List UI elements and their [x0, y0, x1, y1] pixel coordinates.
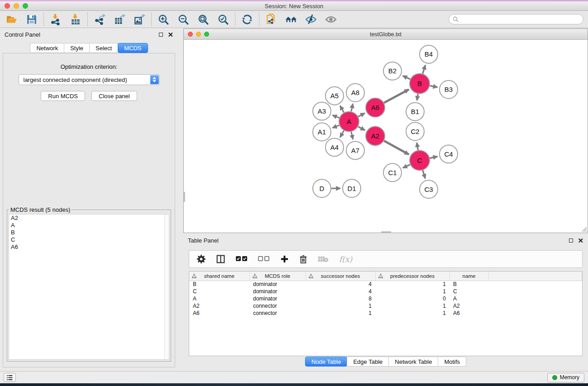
table-cell[interactable]: C	[449, 288, 488, 295]
resize-grip-icon[interactable]	[581, 226, 587, 232]
home-button[interactable]	[285, 13, 297, 26]
float-panel-icon[interactable]	[159, 33, 163, 37]
select-all-button[interactable]	[236, 256, 248, 262]
search-field[interactable]	[449, 14, 583, 24]
table-cell[interactable]: dominator	[249, 281, 306, 288]
export-table-button[interactable]	[113, 13, 126, 26]
table-tab-node-table[interactable]: Node Table	[305, 357, 348, 367]
graph-node-C[interactable]: C	[410, 150, 430, 170]
zoom-out-button[interactable]	[177, 13, 190, 26]
graph-edge-B-B1[interactable]	[417, 94, 418, 100]
mcds-result-item[interactable]: A2	[9, 214, 169, 222]
table-cell[interactable]: connector	[249, 310, 306, 317]
table-settings-button[interactable]	[197, 255, 206, 263]
graph-edge-A6-B[interactable]	[384, 90, 409, 103]
graph-edge-B-B4[interactable]	[423, 65, 425, 74]
table-cell[interactable]: C	[189, 288, 249, 295]
maximize-window-button[interactable]	[23, 3, 28, 9]
table-row[interactable]: Bdominator41B	[189, 281, 582, 288]
table-row[interactable]: A2connector11A2	[189, 302, 582, 310]
graph-edge-A-A4[interactable]	[340, 131, 344, 138]
save-session-button[interactable]	[25, 13, 38, 26]
horizontal-scroll-indicator[interactable]	[381, 231, 391, 233]
mcds-result-item[interactable]: B	[9, 229, 169, 236]
table-cell[interactable]: B	[189, 281, 249, 288]
table-tab-motifs[interactable]: Motifs	[438, 357, 466, 367]
mcds-result-item[interactable]: A6	[9, 243, 169, 251]
float-table-panel-icon[interactable]	[569, 238, 573, 243]
graph-edge-A-A1[interactable]	[332, 125, 339, 128]
table-cell[interactable]: 4	[306, 281, 375, 288]
graph-edge-A-A3[interactable]	[332, 115, 339, 118]
table-row[interactable]: Cdominator41C	[189, 288, 582, 295]
table-row[interactable]: A6connector11A6	[189, 310, 582, 317]
node-table[interactable]: shared nameMCDS rolesuccessor nodesprede…	[189, 272, 582, 317]
add-column-button[interactable]	[280, 255, 289, 263]
new-network-from-selection-button[interactable]	[265, 13, 277, 26]
import-table-button[interactable]	[69, 13, 82, 26]
graph-node-A4[interactable]: A4	[325, 138, 344, 156]
table-row[interactable]: Adominator80A	[189, 295, 582, 302]
tab-select[interactable]: Select	[89, 43, 118, 53]
graph-edge-B-B3[interactable]	[430, 86, 438, 87]
export-image-button[interactable]	[133, 13, 146, 26]
table-cell[interactable]: 0	[375, 295, 449, 302]
vertical-scroll-indicator[interactable]	[184, 192, 185, 202]
table-cell[interactable]: dominator	[249, 295, 306, 302]
mcds-result-item[interactable]: C	[9, 236, 169, 243]
criterion-dropdown[interactable]: largest connected component (directed)	[19, 74, 160, 85]
import-network-button[interactable]	[49, 13, 62, 26]
network-minimize-button[interactable]	[196, 32, 201, 37]
table-cell[interactable]: connector	[249, 302, 306, 310]
graph-edge-A-A8[interactable]	[351, 104, 353, 111]
graph-edge-A2-C[interactable]	[384, 141, 409, 154]
graph-edge-A-A5[interactable]	[340, 105, 344, 112]
column-header-successor-nodes[interactable]: successor nodes	[306, 272, 375, 281]
apply-layout-button[interactable]	[241, 13, 253, 26]
table-cell[interactable]: 4	[306, 288, 375, 295]
graph-node-A5[interactable]: A5	[325, 87, 344, 105]
graph-node-B1[interactable]: B1	[406, 103, 424, 121]
column-header-shared-name[interactable]: shared name	[189, 272, 249, 281]
table-tab-edge-table[interactable]: Edge Table	[347, 357, 389, 367]
table-cell[interactable]: A6	[189, 310, 249, 317]
table-cell[interactable]: 1	[375, 310, 449, 317]
memory-button[interactable]: Memory	[547, 373, 584, 382]
graph-node-C4[interactable]: C4	[440, 145, 458, 163]
deselect-all-button[interactable]	[258, 256, 270, 262]
table-cell[interactable]: 1	[375, 302, 449, 310]
close-table-panel-icon[interactable]: ✕	[578, 237, 583, 244]
graph-node-A6[interactable]: A6	[366, 98, 385, 117]
search-input[interactable]	[461, 16, 579, 23]
graph-node-C2[interactable]: C2	[406, 123, 424, 141]
column-header-predecessor-nodes[interactable]: predecessor nodes	[375, 272, 449, 281]
table-cell[interactable]: 8	[306, 295, 375, 302]
graph-node-C1[interactable]: C1	[383, 163, 402, 181]
graph-node-A1[interactable]: A1	[313, 123, 331, 141]
mcds-result-list[interactable]: A2ABCA6	[9, 214, 169, 360]
table-cell[interactable]: A2	[189, 302, 249, 310]
graph-edge-C-C3[interactable]	[423, 170, 425, 178]
graph-node-B4[interactable]: B4	[420, 45, 438, 63]
result-scrollbar[interactable]	[164, 214, 169, 359]
column-header-MCDS-role[interactable]: MCDS role	[249, 272, 306, 281]
graph-edge-B-B2[interactable]	[403, 76, 411, 79]
graph-node-B2[interactable]: B2	[383, 62, 402, 80]
graph-node-A7[interactable]: A7	[346, 141, 364, 159]
zoom-selected-button[interactable]	[217, 13, 229, 26]
graph-node-A8[interactable]: A8	[346, 84, 364, 102]
tab-mcds[interactable]: MCDS	[118, 43, 148, 53]
hide-panel-button[interactable]	[305, 13, 317, 26]
graph-node-C3[interactable]: C3	[420, 180, 438, 198]
function-builder-button[interactable]: f(x)	[339, 255, 352, 264]
minimize-window-button[interactable]	[14, 3, 19, 9]
graph-edge-C-C4[interactable]	[430, 157, 437, 158]
close-panel-button[interactable]: Close panel	[91, 91, 137, 101]
graph-node-D[interactable]: D	[313, 179, 331, 197]
graph-node-A3[interactable]: A3	[313, 102, 331, 120]
table-cell[interactable]: B	[449, 281, 488, 288]
network-close-button[interactable]	[188, 32, 193, 37]
table-cell[interactable]: A	[449, 295, 488, 302]
graph-edge-C-C1[interactable]	[403, 165, 410, 168]
graph-node-D1[interactable]: D1	[343, 179, 361, 197]
